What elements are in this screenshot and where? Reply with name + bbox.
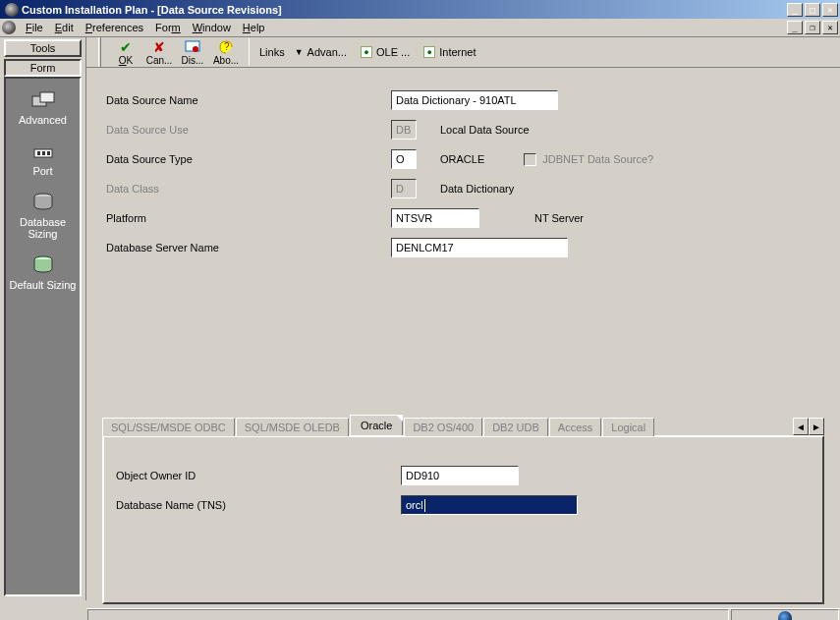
menu-edit[interactable]: Edit (49, 20, 80, 35)
tab-scroll-left[interactable]: ◄ (793, 418, 809, 435)
svg-text:?: ? (224, 41, 230, 52)
port-icon (29, 140, 57, 163)
sidebar-item-label: Database Sizing (20, 216, 66, 240)
sidebar-item-port[interactable]: Port (6, 140, 80, 177)
label-object-owner-id: Object Owner ID (116, 470, 401, 481)
data-source-use-desc: Local Data Source (440, 124, 530, 136)
status-cell-main (87, 609, 729, 620)
check-icon: ✔ (109, 39, 142, 55)
sidebar-item-label: Advanced (19, 114, 67, 126)
database-sizing-icon (29, 191, 57, 214)
toolbar: ✔ OK ✘ Can... Dis... ? Abo... Links (86, 37, 840, 68)
menubar: File Edit Preferences Form Window Help _… (0, 19, 840, 37)
x-icon: ✘ (142, 39, 176, 55)
advanced-link[interactable]: ▼ Advan... (295, 46, 347, 58)
status-cell-globe (731, 609, 839, 620)
svg-rect-1 (40, 92, 54, 102)
tab-oracle[interactable]: Oracle (350, 415, 403, 435)
close-button[interactable]: ✕ (822, 3, 838, 17)
maximize-button[interactable]: □ (805, 3, 820, 17)
sidebar-item-label: Default Sizing (10, 279, 77, 291)
sidebar-item-default-sizing[interactable]: Default Sizing (6, 254, 80, 291)
database-name-tns-input[interactable]: orcl (401, 495, 578, 515)
svg-point-9 (193, 46, 198, 52)
label-data-source-name: Data Source Name (106, 94, 391, 106)
data-source-form: Data Source Name Data Source Use Local D… (102, 80, 824, 414)
menu-file[interactable]: File (20, 20, 49, 35)
sidebar-item-label: Port (32, 165, 52, 177)
window-title: Custom Installation Plan - [Data Source … (22, 4, 787, 16)
app-icon (5, 3, 19, 17)
about-icon: ? (209, 39, 243, 55)
toolbar-grip[interactable] (98, 37, 101, 67)
default-sizing-icon (29, 254, 57, 277)
tab-logical[interactable]: Logical (602, 418, 654, 436)
label-data-source-type: Data Source Type (106, 153, 391, 165)
mdi-restore-button[interactable]: ❐ (805, 21, 820, 34)
dropdown-icon: ▼ (295, 47, 304, 57)
label-data-source-use: Data Source Use (106, 124, 391, 136)
sidebar: Tools Form Advanced Port Database Sizing (0, 37, 86, 600)
minimize-button[interactable]: _ (787, 3, 803, 17)
sidebar-header-form[interactable]: Form (4, 59, 82, 77)
menu-form[interactable]: Form (149, 20, 187, 35)
menu-window[interactable]: Window (187, 20, 237, 35)
links-label: Links (259, 46, 285, 58)
data-source-type-desc: ORACLE (440, 153, 484, 165)
statusbar (86, 608, 840, 620)
ole-icon: ● (361, 46, 372, 58)
data-source-name-input[interactable] (391, 90, 558, 110)
menu-preferences[interactable]: Preferences (80, 20, 149, 35)
data-class-input (391, 179, 417, 198)
menu-help[interactable]: Help (237, 20, 271, 35)
window-titlebar: Custom Installation Plan - [Data Source … (0, 0, 840, 19)
tab-db2-os400[interactable]: DB2 OS/400 (404, 418, 482, 436)
tab-sql-odbc[interactable]: SQL/SSE/MSDE ODBC (102, 418, 235, 436)
data-source-type-input[interactable] (391, 149, 417, 169)
tab-db2-udb[interactable]: DB2 UDB (483, 418, 548, 436)
data-source-use-input (391, 120, 417, 140)
label-platform: Platform (106, 212, 391, 224)
db-server-name-input[interactable] (391, 238, 568, 257)
platform-input[interactable] (391, 208, 479, 228)
label-data-class: Data Class (106, 183, 391, 195)
display-icon (176, 39, 209, 55)
tab-scroll-right[interactable]: ► (809, 418, 824, 435)
tab-sql-oledb[interactable]: SQL/MSDE OLEDB (236, 418, 349, 436)
tab-strip: SQL/SSE/MSDE ODBC SQL/MSDE OLEDB Oracle … (102, 414, 824, 435)
globe-icon (778, 611, 792, 620)
checkbox-icon (524, 153, 536, 166)
svg-rect-3 (37, 151, 40, 155)
oracle-tab-panel: Object Owner ID Database Name (TNS) orcl (102, 435, 824, 604)
ole-link[interactable]: ● OLE ... (361, 46, 410, 58)
label-database-name-tns: Database Name (TNS) (116, 499, 401, 511)
sidebar-item-database-sizing[interactable]: Database Sizing (6, 191, 80, 240)
content-area: Data Source Name Data Source Use Local D… (86, 68, 840, 608)
cancel-button[interactable]: ✘ Can... (142, 39, 176, 66)
data-class-desc: Data Dictionary (440, 183, 514, 195)
display-button[interactable]: Dis... (176, 39, 209, 66)
doc-icon[interactable] (2, 21, 16, 34)
internet-icon: ● (423, 46, 435, 58)
label-db-server-name: Database Server Name (106, 242, 391, 254)
sidebar-header-tools[interactable]: Tools (4, 39, 82, 57)
internet-link[interactable]: ● Internet (423, 46, 476, 58)
platform-desc: NT Server (534, 212, 584, 224)
svg-rect-4 (42, 151, 45, 155)
object-owner-id-input[interactable] (401, 466, 519, 485)
mdi-close-button[interactable]: ✕ (822, 21, 838, 34)
svg-rect-5 (47, 151, 50, 155)
advanced-icon (29, 88, 57, 112)
ok-button[interactable]: ✔ OK (109, 39, 142, 66)
mdi-minimize-button[interactable]: _ (787, 21, 803, 34)
tab-access[interactable]: Access (549, 418, 601, 436)
about-button[interactable]: ? Abo... (209, 39, 243, 66)
jdbnet-checkbox[interactable]: JDBNET Data Source? (524, 153, 653, 166)
sidebar-item-advanced[interactable]: Advanced (6, 88, 80, 126)
